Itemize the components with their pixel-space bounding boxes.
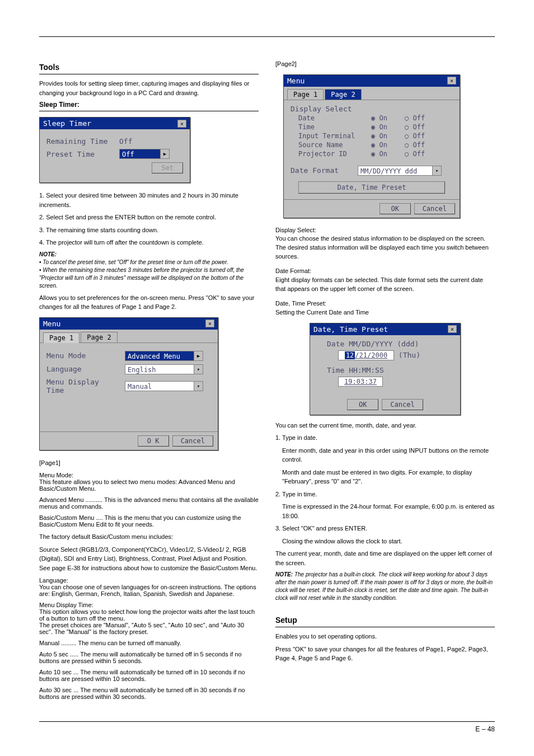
ok-button[interactable]: OK — [380, 203, 411, 214]
factory-intro: The factory default Basic/Custom menu in… — [39, 532, 259, 542]
time-input[interactable]: 19:03:37 — [338, 377, 383, 387]
cancel-button[interactable]: Cancel — [382, 399, 423, 410]
sleep-dialog-titlebar: Sleep Timer × — [40, 118, 190, 129]
ok-button[interactable]: OK — [347, 399, 378, 410]
date-dow: (Thu) — [399, 351, 420, 359]
chevron-down-icon[interactable]: ▾ — [194, 382, 203, 391]
right-column: [Page2] Menu × Page 1 Page 2 Display Sel… — [275, 59, 495, 705]
language-row: Language English ▾ — [46, 364, 211, 374]
radio-on[interactable]: ◉ On — [371, 123, 405, 131]
ds-source: Source Name — [298, 141, 371, 149]
date-format-select[interactable]: MM/DD/YYYY ddd ▾ — [358, 166, 442, 176]
display-select-grid: Date Time Input Terminal Source Name Pro… — [298, 113, 453, 159]
menu2-tabs: Page 1 Page 2 — [284, 87, 460, 100]
radio-off[interactable]: ○ Off — [405, 150, 438, 158]
menu-mode-select[interactable]: Advanced Menu ▶ — [125, 351, 203, 361]
display-select-text: You can choose the desired status inform… — [275, 235, 489, 260]
dtp-step-3a: 3. Select "OK" and press ENTER. — [275, 524, 495, 533]
chevron-right-icon[interactable]: ▶ — [160, 149, 169, 158]
date-format-row: Date Format MM/DD/YYYY ddd ▾ — [291, 166, 453, 176]
page1-heading: [Page1] — [39, 458, 259, 468]
dtp-title: Date, Time Preset — [313, 325, 388, 334]
radio-on[interactable]: ◉ On — [371, 114, 405, 122]
close-icon[interactable]: × — [447, 77, 456, 84]
cancel-button[interactable]: Cancel — [414, 203, 455, 214]
dtp-text: Setting the Current Date and Time — [275, 309, 369, 316]
ds-on-col: ◉ On ◉ On ◉ On ◉ On ◉ On — [371, 113, 405, 159]
setup-close: Press "OK" to save your changes for all … — [275, 645, 495, 663]
menu2-button-row: OK Cancel — [284, 199, 460, 218]
dtp-heading: Date, Time Preset: — [275, 300, 326, 307]
radio-on[interactable]: ◉ On — [371, 132, 405, 140]
radio-on[interactable]: ◉ On — [371, 150, 405, 158]
display-time-select[interactable]: Manual ▾ — [125, 381, 203, 391]
chevron-down-icon[interactable]: ▾ — [432, 166, 441, 175]
dtp-note-text: The projector has a built-in clock. The … — [275, 571, 493, 601]
tab-page1[interactable]: Page 1 — [287, 89, 324, 100]
radio-off[interactable]: ○ Off — [405, 132, 438, 140]
preset-time-label: Preset Time — [46, 150, 114, 158]
radio-off[interactable]: ○ Off — [405, 123, 438, 131]
radio-off[interactable]: ○ Off — [405, 114, 438, 122]
sleep-note-label: NOTE: — [39, 251, 57, 257]
radio-off[interactable]: ○ Off — [405, 141, 438, 149]
date-format-section: Date Format: Eight display formats can b… — [275, 267, 495, 294]
preset-time-row: Preset Time Off ▶ — [46, 149, 183, 159]
close-icon[interactable]: × — [177, 120, 186, 128]
tab-page1[interactable]: Page 1 — [43, 332, 79, 343]
footer-rule — [39, 721, 495, 722]
language-section: Language: You can choose one of seven la… — [39, 577, 259, 597]
tab-page2[interactable]: Page 2 — [325, 89, 361, 100]
menu2-body: Display Select Date Time Input Terminal … — [284, 100, 460, 199]
date-time-preset-dialog: Date, Time Preset × Date MM/DD/YYYY (ddd… — [310, 323, 461, 415]
footer-page-number: E – 48 — [39, 725, 495, 733]
dtp-note: NOTE: The projector has a built-in clock… — [275, 571, 495, 602]
dtp-step-2b: Time is expressed in the 24-hour format.… — [282, 502, 495, 520]
dtp-para1: You can set the current time, month, dat… — [275, 421, 495, 430]
language-text: You can choose one of seven languages fo… — [39, 584, 256, 597]
dtp-step-1a: 1. Type in date. — [275, 433, 495, 443]
remaining-time-row: Remaining Time Off — [46, 137, 183, 145]
tab-page2[interactable]: Page 2 — [81, 332, 117, 342]
dt-auto10: Auto 10 sec ... The menu will automatica… — [39, 669, 259, 682]
ds-input: Input Terminal — [298, 132, 371, 140]
preset-time-value: Off — [122, 151, 134, 158]
sleep-note-1: • To cancel the preset time, set "Off" f… — [39, 259, 228, 265]
preset-time-select[interactable]: Off ▶ — [119, 149, 170, 159]
menu-dialog-titlebar: Menu × — [40, 318, 218, 330]
chevron-down-icon[interactable]: ▾ — [194, 365, 203, 374]
factory-items: Source Select (RGB1/2/3, Component(YCbCr… — [39, 545, 259, 573]
menu-dialog-buttons: O K Cancel — [40, 431, 218, 450]
date-time-preset-button[interactable]: Date, Time Preset — [298, 181, 445, 194]
dtp-date-label: Date MM/DD/YYYY (ddd) — [327, 340, 453, 348]
dt-auto30: Auto 30 sec ... The menu will automatica… — [39, 687, 259, 700]
sleep-dialog-body: Remaining Time Off Preset Time Off ▶ Set — [40, 129, 190, 182]
menu2-titlebar: Menu × — [284, 75, 460, 87]
date-input[interactable]: 12/21/2000 — [338, 350, 394, 360]
ds-labels: Date Time Input Terminal Source Name Pro… — [298, 113, 371, 159]
ok-button[interactable]: O K — [138, 435, 169, 447]
dtp-section: Date, Time Preset: Setting the Current D… — [275, 299, 495, 317]
set-button[interactable]: Set — [152, 162, 183, 173]
display-time-label: Menu Display Time — [46, 378, 119, 395]
menu-dialog-title: Menu — [43, 320, 60, 328]
page-number-top — [39, 22, 495, 31]
close-icon[interactable]: × — [448, 325, 457, 333]
display-time-value: Manual — [128, 383, 152, 391]
columns: Tools Provides tools for setting sleep t… — [39, 59, 495, 705]
dtp-time-label: Time HH:MM:SS — [327, 366, 453, 374]
cancel-button[interactable]: Cancel — [172, 435, 213, 447]
language-select[interactable]: English ▾ — [125, 364, 203, 374]
sleep-timer-heading: Sleep Timer: — [39, 101, 259, 109]
dtp-step-1b: Enter month, date and year in this order… — [282, 446, 495, 464]
menu-page2-dialog: Menu × Page 1 Page 2 Display Select Date… — [283, 74, 460, 218]
radio-on[interactable]: ◉ On — [371, 141, 405, 149]
sleep-timer-dialog: Sleep Timer × Remaining Time Off Preset … — [39, 117, 190, 183]
display-time-section: Menu Display Time: This option allows yo… — [39, 602, 259, 635]
date-format-value: MM/DD/YYYY ddd — [360, 167, 417, 175]
dt-auto30-label: Auto 30 sec ... — [39, 687, 78, 693]
sleep-step-4: 4. The projector will turn off after the… — [39, 238, 259, 247]
chevron-right-icon[interactable]: ▶ — [194, 351, 203, 360]
ds-off-col: ○ Off ○ Off ○ Off ○ Off ○ Off — [405, 113, 438, 159]
close-icon[interactable]: × — [205, 320, 214, 327]
